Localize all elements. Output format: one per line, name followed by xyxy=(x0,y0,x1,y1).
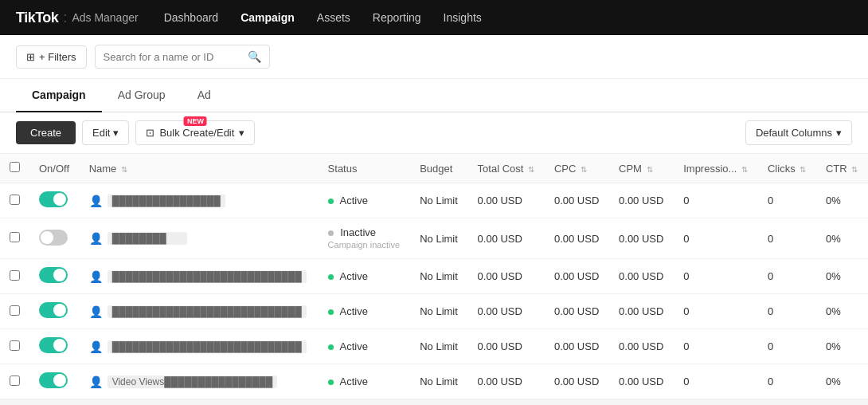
nav-insights[interactable]: Insights xyxy=(444,11,482,24)
table-row: 👤 ████████████████████████████ ActiveNo … xyxy=(0,259,868,294)
create-button[interactable]: Create xyxy=(16,121,76,144)
campaign-name: ████████████████████████████ xyxy=(108,340,307,353)
clicks-cell: 0 xyxy=(758,329,816,364)
campaign-icon: 👤 xyxy=(89,232,103,245)
nav-dashboard[interactable]: Dashboard xyxy=(164,11,219,24)
row-checkbox-cell[interactable] xyxy=(0,364,29,399)
ctr-cell: 0% xyxy=(816,259,868,294)
budget-cell: No Limit xyxy=(410,364,467,399)
status-cell: Active xyxy=(319,329,411,364)
table-row: 👤 ████████████████ ActiveNo Limit0.00 US… xyxy=(0,183,868,218)
status-cell: Active xyxy=(319,364,411,399)
clicks-cell: 0 xyxy=(758,294,816,329)
toggle-cell[interactable] xyxy=(29,218,80,259)
nav-links: Dashboard Campaign Assets Reporting Insi… xyxy=(164,11,482,24)
default-cols-label: Default Columns xyxy=(756,127,832,139)
edit-chevron-icon: ▾ xyxy=(113,127,119,139)
campaign-toggle[interactable] xyxy=(39,337,68,353)
toggle-cell[interactable] xyxy=(29,294,80,329)
campaign-toggle[interactable] xyxy=(39,372,68,388)
th-clicks[interactable]: Clicks ⇅ xyxy=(758,154,816,183)
status-dot xyxy=(328,274,334,280)
impressions-cell: 0 xyxy=(674,329,758,364)
bulk-icon: ⊡ xyxy=(146,127,154,139)
row-checkbox-cell[interactable] xyxy=(0,329,29,364)
default-cols-chevron-icon: ▾ xyxy=(836,127,842,139)
search-input[interactable] xyxy=(104,51,241,63)
campaign-name: ████████████████████████████ xyxy=(108,270,307,283)
edit-button[interactable]: Edit ▾ xyxy=(82,120,129,145)
table-row: 👤 ████████████████████████████ ActiveNo … xyxy=(0,329,868,364)
tab-ad-group[interactable]: Ad Group xyxy=(102,79,182,112)
th-select-all[interactable] xyxy=(0,154,29,183)
cpm-cell: 0.00 USD xyxy=(609,259,674,294)
campaign-toggle[interactable] xyxy=(39,302,68,318)
row-checkbox-cell[interactable] xyxy=(0,218,29,259)
brand-separator: : xyxy=(63,10,67,26)
budget-cell: No Limit xyxy=(410,294,467,329)
th-impressions[interactable]: Impressio... ⇅ xyxy=(674,154,758,183)
row-checkbox-cell[interactable] xyxy=(0,294,29,329)
default-columns-button[interactable]: Default Columns ▾ xyxy=(745,120,852,145)
impressions-cell: 0 xyxy=(674,218,758,259)
name-cell: 👤 ████████ xyxy=(80,218,319,259)
cpc-cell: 0.00 USD xyxy=(545,294,609,329)
bulk-create-edit-button[interactable]: NEW ⊡ Bulk Create/Edit ▾ xyxy=(135,120,255,145)
th-name[interactable]: Name ⇅ xyxy=(80,154,319,183)
campaign-name: ████████████████ xyxy=(108,195,225,207)
name-cell: 👤 Video Views████████████████ xyxy=(80,364,319,399)
clicks-cell: 0 xyxy=(758,259,816,294)
campaign-icon: 👤 xyxy=(89,195,103,207)
total-cost-cell: 0.00 USD xyxy=(468,259,545,294)
status-cell: Active xyxy=(319,183,411,218)
filters-button[interactable]: ⊞ + Filters xyxy=(16,45,87,69)
brand-logo: TikTok : Ads Manager xyxy=(16,10,139,26)
campaign-icon: 👤 xyxy=(89,376,103,388)
toggle-cell[interactable] xyxy=(29,364,80,399)
th-ctr[interactable]: CTR ⇅ xyxy=(816,154,868,183)
campaign-toggle[interactable] xyxy=(39,267,68,283)
row-checkbox-cell[interactable] xyxy=(0,183,29,218)
th-cpc[interactable]: CPC ⇅ xyxy=(545,154,609,183)
total-cost-cell: 0.00 USD xyxy=(468,218,545,259)
cpc-cell: 0.00 USD xyxy=(545,364,609,399)
status-sublabel: Campaign inactive xyxy=(328,240,401,250)
table-row: 👤 ████████████████████████████ ActiveNo … xyxy=(0,294,868,329)
campaign-toggle[interactable] xyxy=(39,230,68,246)
total-cost-cell: 0.00 USD xyxy=(468,364,545,399)
impressions-cell: 0 xyxy=(674,364,758,399)
status-label: Inactive xyxy=(340,226,376,238)
filter-icon: ⊞ xyxy=(26,51,35,63)
name-cell: 👤 ████████████████████████████ xyxy=(80,294,319,329)
toggle-cell[interactable] xyxy=(29,183,80,218)
th-total-cost[interactable]: Total Cost ⇅ xyxy=(468,154,545,183)
bulk-label: Bulk Create/Edit xyxy=(159,127,234,139)
campaign-toggle[interactable] xyxy=(39,191,68,207)
budget-cell: No Limit xyxy=(410,183,467,218)
th-cpm[interactable]: CPM ⇅ xyxy=(609,154,674,183)
campaign-name: Video Views████████████████ xyxy=(108,376,278,388)
toggle-cell[interactable] xyxy=(29,259,80,294)
nav-campaign[interactable]: Campaign xyxy=(240,11,295,24)
nav-assets[interactable]: Assets xyxy=(317,11,350,24)
status-label: Active xyxy=(340,195,368,206)
cpm-cell: 0.00 USD xyxy=(609,294,674,329)
bulk-chevron-icon: ▾ xyxy=(239,127,244,139)
top-navigation: TikTok : Ads Manager Dashboard Campaign … xyxy=(0,0,868,35)
tab-ad[interactable]: Ad xyxy=(182,79,227,112)
table-body: 👤 ████████████████ ActiveNo Limit0.00 US… xyxy=(0,183,868,399)
total-cost-cell: 0.00 USD xyxy=(468,329,545,364)
row-checkbox-cell[interactable] xyxy=(0,259,29,294)
tab-campaign[interactable]: Campaign xyxy=(16,79,102,112)
status-dot xyxy=(328,379,334,385)
budget-cell: No Limit xyxy=(410,259,467,294)
impressions-cell: 0 xyxy=(674,183,758,218)
campaigns-table: On/Off Name ⇅ Status Budget Total Cost ⇅… xyxy=(0,154,868,399)
toggle-cell[interactable] xyxy=(29,329,80,364)
name-cell: 👤 ████████████████ xyxy=(80,183,319,218)
cpm-cell: 0.00 USD xyxy=(609,218,674,259)
status-cell: Active xyxy=(319,294,411,329)
nav-reporting[interactable]: Reporting xyxy=(373,11,421,24)
tabs-row: Campaign Ad Group Ad xyxy=(0,79,868,112)
new-badge: NEW xyxy=(184,116,207,126)
